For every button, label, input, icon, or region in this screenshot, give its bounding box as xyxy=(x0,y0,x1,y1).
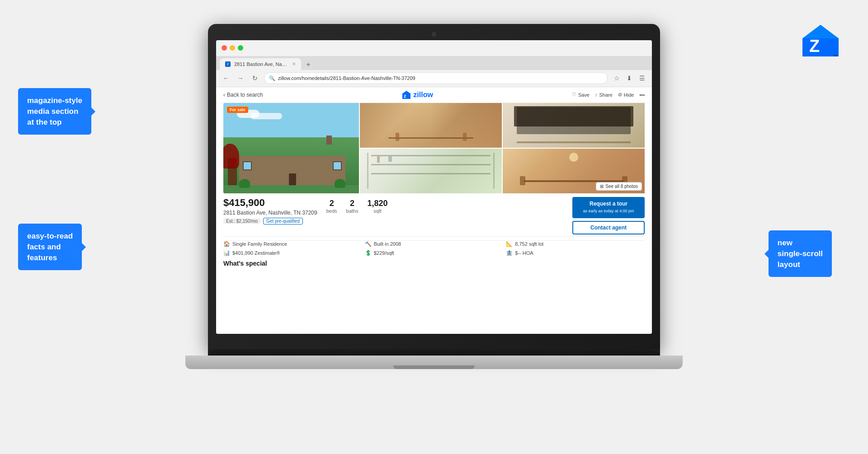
nav-back-btn[interactable]: ← xyxy=(221,73,231,84)
photo-cell-4[interactable]: ⊞ See all 8 photos xyxy=(503,149,645,193)
back-arrow-icon: ‹ xyxy=(223,92,225,98)
baths-stat: 2 baths xyxy=(346,199,359,214)
beds-label: beds xyxy=(326,208,337,214)
see-all-photos-label: See all 8 photos xyxy=(605,184,638,189)
photo-section: For sale xyxy=(216,103,652,193)
website-content: ‹ Back to search z zillow ♡ Save xyxy=(216,87,652,334)
more-label: ••• xyxy=(639,92,645,98)
laptop-bezel: Z 2811 Bastion Ave, Nashville, TN 37209 … xyxy=(208,24,660,349)
save-action[interactable]: ♡ Save xyxy=(572,92,590,98)
contact-agent-button[interactable]: Contact agent xyxy=(572,221,645,234)
baths-number: 2 xyxy=(346,199,359,208)
new-tab-btn[interactable]: + xyxy=(303,59,314,70)
estimate-tag: Est.: $2,150/mo xyxy=(223,218,260,224)
fact-hoa-label: $-- HOA xyxy=(515,250,533,256)
tab-close-btn[interactable]: ✕ xyxy=(292,61,296,66)
nav-reload-btn[interactable]: ↻ xyxy=(250,73,260,84)
photo-cell-2[interactable] xyxy=(503,103,645,148)
share-action[interactable]: ↑ Share xyxy=(595,92,613,98)
main-photo[interactable]: For sale xyxy=(223,103,359,193)
save-label: Save xyxy=(578,92,590,98)
property-price: $415,900 xyxy=(223,197,317,209)
laptop-container: Z 2811 Bastion Ave, Nashville, TN 37209 … xyxy=(185,24,683,431)
laptop-hinge xyxy=(208,349,660,356)
hammer-icon: 🔨 xyxy=(365,241,371,247)
for-sale-badge: For sale xyxy=(227,107,248,113)
facts-section: 🏠 Single Family Residence 🔨 Built in 200… xyxy=(223,236,645,256)
property-address: 2811 Bastion Ave, Nashville, TN 37209 xyxy=(223,210,317,216)
fact-built-label: Built in 2008 xyxy=(374,241,401,247)
beds-stat: 2 beds xyxy=(326,199,337,214)
share-icon: ↑ xyxy=(595,92,598,98)
fact-item-lot: 📐 8,752 sqft lot xyxy=(506,241,645,247)
fact-item-type: 🏠 Single Family Residence xyxy=(223,241,362,247)
address-bar[interactable]: 🔍 zillow.com/homedetails/2811-Bastion-Av… xyxy=(264,72,608,84)
facts-grid: 🏠 Single Family Residence 🔨 Built in 200… xyxy=(223,240,645,256)
photo-cell-1[interactable] xyxy=(360,103,502,148)
beds-number: 2 xyxy=(326,199,337,208)
prequalify-link[interactable]: Get pre-qualified xyxy=(263,218,303,225)
toolbar-icons: ☆ ⬇ ☰ xyxy=(611,73,647,84)
browser-tabs-bar: Z 2811 Bastion Ave, Nashville, TN 37209 … xyxy=(216,56,652,70)
request-tour-button[interactable]: Request a tour as early as today at 4:00… xyxy=(572,197,645,218)
sqft-stat: 1,820 sqft xyxy=(367,199,387,214)
download-icon[interactable]: ⬇ xyxy=(624,73,635,84)
laptop-camera xyxy=(432,32,436,37)
browser-close-btn[interactable] xyxy=(222,45,227,51)
hoa-icon: 🏦 xyxy=(506,250,512,256)
browser-titlebar xyxy=(216,40,652,56)
back-to-search-link[interactable]: ‹ Back to search xyxy=(223,92,263,98)
property-stats: 2 beds 2 baths 1,820 sqft xyxy=(326,197,388,214)
heart-icon: ♡ xyxy=(572,92,576,98)
menu-icon[interactable]: ☰ xyxy=(637,73,647,84)
hide-action[interactable]: ⊘ Hide xyxy=(618,92,634,98)
see-all-photos-btn[interactable]: ⊞ See all 8 photos xyxy=(596,182,642,191)
fact-lot-label: 8,752 sqft lot xyxy=(515,241,543,247)
annotation-scroll: new single-scroll layout xyxy=(769,230,832,277)
zillow-header-icon: z xyxy=(401,90,411,100)
grid-icon: ⊞ xyxy=(600,184,604,189)
fact-item-hoa: 🏦 $-- HOA xyxy=(506,250,645,256)
more-action[interactable]: ••• xyxy=(639,92,645,98)
annotation-magazine: magazine-style media section at the top xyxy=(18,88,91,135)
nav-forward-btn[interactable]: → xyxy=(235,73,246,84)
baths-label: baths xyxy=(346,208,359,214)
photo-cell-3[interactable] xyxy=(360,149,502,193)
browser-minimize-btn[interactable] xyxy=(230,45,235,51)
tour-subtitle: as early as today at 4:00 pm xyxy=(583,209,634,213)
property-info-section: $415,900 2811 Bastion Ave, Nashville, TN… xyxy=(216,193,652,236)
zillow-header-logo-text: zillow xyxy=(413,91,433,99)
tab-title: 2811 Bastion Ave, Nashville, TN 37209 | … xyxy=(234,61,288,67)
sqft-number: 1,820 xyxy=(367,199,387,208)
tab-favicon: Z xyxy=(225,61,231,67)
browser-tab-active[interactable]: Z 2811 Bastion Ave, Nashville, TN 37209 … xyxy=(220,58,301,70)
sqft-label: sqft xyxy=(367,208,387,214)
home-icon: 🏠 xyxy=(223,241,230,247)
svg-text:™: ™ xyxy=(833,53,838,59)
svg-text:Z: Z xyxy=(809,37,820,56)
fact-item-ppsqft: 💲 $229/sqft xyxy=(365,250,504,256)
estimate-row: Est.: $2,150/mo Get pre-qualified xyxy=(223,218,317,225)
listing-header-actions: ♡ Save ↑ Share ⊘ Hide ••• xyxy=(572,92,645,98)
browser-toolbar: ← → ↻ 🔍 zillow.com/homedetails/2811-Bast… xyxy=(216,70,652,87)
svg-text:z: z xyxy=(404,93,406,98)
annotation-facts: easy-to-read facts and features xyxy=(18,224,82,270)
share-label: Share xyxy=(599,92,612,98)
laptop-screen: Z 2811 Bastion Ave, Nashville, TN 37209 … xyxy=(216,40,652,334)
property-details-left: $415,900 2811 Bastion Ave, Nashville, TN… xyxy=(223,197,572,234)
zillow-brand-logo: Z ™ xyxy=(800,23,841,61)
hide-label: Hide xyxy=(624,92,634,98)
bookmark-icon[interactable]: ☆ xyxy=(611,73,622,84)
price-address-block: $415,900 2811 Bastion Ave, Nashville, TN… xyxy=(223,197,317,225)
listing-header: ‹ Back to search z zillow ♡ Save xyxy=(216,87,652,103)
fact-zestimate-label: $401,990 Zestimate® xyxy=(232,250,280,256)
chart-icon: 📊 xyxy=(223,250,230,256)
svg-marker-1 xyxy=(802,25,839,38)
browser-maximize-btn[interactable] xyxy=(238,45,243,51)
listing-header-center: z zillow xyxy=(263,90,572,100)
fact-ppsqft-label: $229/sqft xyxy=(374,250,394,256)
back-to-search-label: Back to search xyxy=(227,92,263,98)
contact-section: Request a tour as early as today at 4:00… xyxy=(572,197,645,234)
money-icon: 💲 xyxy=(365,250,371,256)
fact-type-label: Single Family Residence xyxy=(232,241,287,247)
